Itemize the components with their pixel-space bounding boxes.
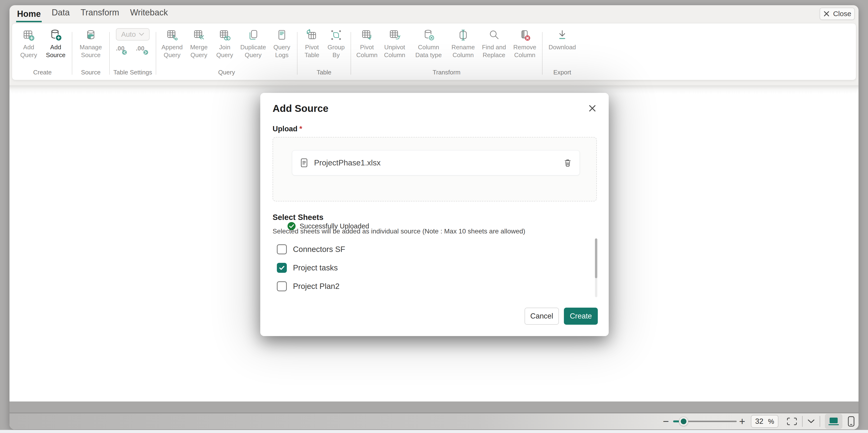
append-query-icon xyxy=(166,29,179,41)
join-query-button[interactable]: Join Query xyxy=(212,28,237,60)
unpivot-column-icon xyxy=(388,29,401,41)
required-asterisk: * xyxy=(299,125,302,133)
find-and-replace-button[interactable]: Find and Replace xyxy=(478,28,510,60)
ribbon-group-table-settings: Auto .00 .00 Table Settings xyxy=(110,28,155,78)
download-button[interactable]: Download xyxy=(545,28,580,52)
zoom-slider-thumb[interactable] xyxy=(679,416,688,426)
zoom-slider[interactable] xyxy=(673,416,737,427)
checkmark-icon xyxy=(278,264,285,271)
ribbon: Add Query Add Source Create xyxy=(12,23,856,80)
ribbon-group-label: Query xyxy=(218,67,235,78)
pivot-column-icon xyxy=(361,29,373,41)
close-icon xyxy=(823,10,830,17)
ribbon-button-label: Add Source xyxy=(44,43,67,59)
sheet-checkbox-2[interactable] xyxy=(277,281,287,291)
tab-data[interactable]: Data xyxy=(51,8,71,22)
ribbon-group-label: Table Settings xyxy=(113,67,152,78)
dialog-title: Add Source xyxy=(273,103,329,114)
ribbon-group-transform: Pivot Column Unpivot Column xyxy=(351,28,541,78)
sheet-checkbox-0[interactable] xyxy=(277,244,287,254)
close-app-button[interactable]: Close xyxy=(819,8,855,20)
select-sheets-note: Selected sheets will be added as individ… xyxy=(273,227,525,235)
statusbar-divider xyxy=(819,416,820,427)
zoom-value: 32 xyxy=(755,417,763,426)
append-query-button[interactable]: Append Query xyxy=(159,28,186,60)
ribbon-button-label: Append Query xyxy=(160,43,184,59)
zoom-value-box[interactable]: 32 % xyxy=(751,415,778,428)
chevron-down-icon[interactable] xyxy=(807,419,815,424)
desktop-view-button[interactable] xyxy=(825,414,842,429)
sheet-row[interactable]: Project tasks xyxy=(277,262,338,274)
ribbon-group-label: Transform xyxy=(433,67,461,78)
query-logs-icon xyxy=(275,29,288,41)
uploaded-file-card: ProjectPhase1.xlsx xyxy=(292,150,580,175)
ribbon-button-label: Join Query xyxy=(214,43,236,59)
dialog-close-icon[interactable] xyxy=(588,104,597,113)
ribbon-button-label: Duplicate Query xyxy=(239,43,267,59)
column-data-type-icon xyxy=(422,29,435,41)
ribbon-group-label: Create xyxy=(33,67,52,78)
fit-to-screen-icon[interactable] xyxy=(786,417,797,426)
zoom-out-button[interactable]: − xyxy=(663,416,669,427)
sheet-label: Connectors SF xyxy=(293,245,345,254)
sheet-list-scrollbar-thumb[interactable] xyxy=(595,239,597,278)
zoom-in-button[interactable]: + xyxy=(739,416,745,427)
sheet-list-scrollbar[interactable] xyxy=(595,239,597,297)
phone-view-button[interactable] xyxy=(848,416,855,427)
sheet-row[interactable]: Project Plan2 xyxy=(277,281,339,292)
sheet-row[interactable]: Connectors SF xyxy=(277,244,345,255)
chevron-down-icon xyxy=(139,32,144,36)
add-source-button[interactable]: Add Source xyxy=(42,28,69,60)
remove-column-icon xyxy=(518,29,531,41)
tab-writeback[interactable]: Writeback xyxy=(129,8,169,22)
pivot-column-button[interactable]: Pivot Column xyxy=(353,28,380,60)
download-icon xyxy=(556,29,569,41)
manage-source-button[interactable]: Manage Source xyxy=(75,28,107,60)
cancel-button[interactable]: Cancel xyxy=(525,308,559,325)
uploaded-file-name: ProjectPhase1.xlsx xyxy=(314,158,381,167)
delete-file-icon[interactable] xyxy=(564,159,571,167)
statusbar-divider xyxy=(802,416,803,427)
ribbon-tab-bar: Home Data Transform Writeback xyxy=(16,8,169,22)
rename-column-button[interactable]: Rename Column xyxy=(448,28,478,60)
ribbon-button-label: Add Query xyxy=(17,43,40,59)
ribbon-button-label: Merge Query xyxy=(187,43,210,59)
increase-decimal-icon[interactable]: .00 xyxy=(135,44,150,56)
unpivot-column-button[interactable]: Unpivot Column xyxy=(380,28,409,60)
upload-label-text: Upload xyxy=(273,125,298,133)
ribbon-separator xyxy=(542,32,542,75)
ribbon-group-label: Source xyxy=(81,67,100,78)
create-button[interactable]: Create xyxy=(564,308,598,325)
ribbon-button-label: Download xyxy=(547,43,578,51)
remove-column-button[interactable]: Remove Column xyxy=(510,28,540,60)
file-icon xyxy=(300,158,308,167)
ribbon-separator xyxy=(109,32,110,75)
column-data-type-button[interactable]: Column Data type xyxy=(409,28,448,60)
tab-home[interactable]: Home xyxy=(16,9,42,22)
merge-query-button[interactable]: Merge Query xyxy=(186,28,212,60)
pivot-table-icon xyxy=(306,29,318,41)
tab-transform[interactable]: Transform xyxy=(80,8,120,22)
ribbon-group-label: Export xyxy=(553,67,571,78)
group-by-icon xyxy=(330,29,342,41)
canvas-lower-band xyxy=(9,401,859,413)
ribbon-group-export: Download Export xyxy=(543,28,582,78)
ribbon-separator xyxy=(72,32,72,75)
auto-dropdown-value: Auto xyxy=(121,30,136,38)
ribbon-button-label: Group By xyxy=(326,43,346,59)
duplicate-query-button[interactable]: Duplicate Query xyxy=(237,28,269,60)
decrease-decimal-icon[interactable]: .00 xyxy=(116,44,130,56)
file-dropzone[interactable]: ProjectPhase1.xlsx Successfully Uploaded xyxy=(273,137,597,202)
auto-dropdown[interactable]: Auto xyxy=(116,28,150,40)
ribbon-button-label: Pivot Table xyxy=(302,43,322,59)
sheet-checkbox-1[interactable] xyxy=(277,263,287,273)
join-query-icon xyxy=(218,29,231,41)
database-add-icon xyxy=(49,29,62,41)
pivot-table-button[interactable]: Pivot Table xyxy=(300,28,324,60)
add-query-button[interactable]: Add Query xyxy=(16,28,42,60)
query-logs-button[interactable]: Query Logs xyxy=(269,28,294,60)
select-sheets-heading: Select Sheets xyxy=(273,213,323,222)
group-by-button[interactable]: Group By xyxy=(324,28,348,60)
ribbon-group-query: Append Query Merge Query xyxy=(157,28,297,78)
ribbon-button-label: Remove Column xyxy=(512,43,538,59)
